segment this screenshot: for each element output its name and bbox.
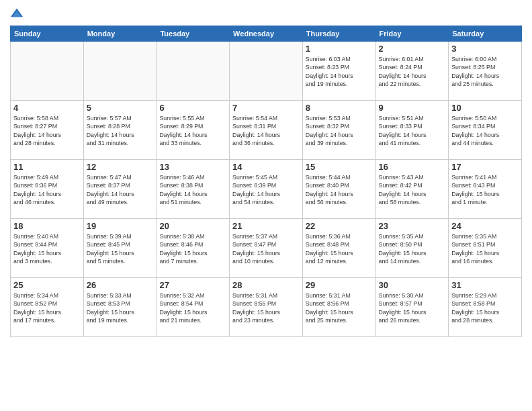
calendar-cell: 6Sunrise: 5:55 AM Sunset: 8:29 PM Daylig… (157, 101, 230, 160)
day-info: Sunrise: 5:45 AM Sunset: 8:39 PM Dayligh… (232, 173, 300, 206)
weekday-header-row: SundayMondayTuesdayWednesdayThursdayFrid… (11, 26, 522, 42)
day-number: 7 (232, 103, 300, 113)
day-number: 31 (451, 280, 519, 290)
day-info: Sunrise: 5:58 AM Sunset: 8:27 PM Dayligh… (13, 114, 81, 147)
week-row-4: 18Sunrise: 5:40 AM Sunset: 8:44 PM Dayli… (11, 219, 522, 278)
day-info: Sunrise: 5:40 AM Sunset: 8:44 PM Dayligh… (13, 232, 81, 265)
day-number: 14 (232, 162, 300, 172)
day-info: Sunrise: 5:32 AM Sunset: 8:54 PM Dayligh… (159, 291, 226, 324)
calendar-cell: 20Sunrise: 5:38 AM Sunset: 8:46 PM Dayli… (157, 219, 230, 278)
calendar-cell (157, 42, 230, 101)
day-number: 29 (306, 280, 373, 290)
weekday-header-friday: Friday (375, 26, 449, 42)
day-info: Sunrise: 5:35 AM Sunset: 8:51 PM Dayligh… (451, 232, 519, 265)
day-number: 24 (451, 221, 519, 231)
calendar-cell (11, 42, 84, 101)
day-number: 13 (159, 162, 226, 172)
day-info: Sunrise: 5:30 AM Sunset: 8:57 PM Dayligh… (379, 291, 446, 324)
day-info: Sunrise: 5:31 AM Sunset: 8:56 PM Dayligh… (306, 291, 373, 324)
day-number: 5 (87, 103, 154, 113)
calendar-cell: 5Sunrise: 5:57 AM Sunset: 8:28 PM Daylig… (83, 101, 157, 160)
day-number: 2 (379, 44, 446, 54)
calendar-cell: 2Sunrise: 6:01 AM Sunset: 8:24 PM Daylig… (375, 42, 449, 101)
day-number: 11 (13, 162, 81, 172)
day-info: Sunrise: 5:36 AM Sunset: 8:48 PM Dayligh… (306, 232, 373, 265)
day-number: 30 (379, 280, 446, 290)
calendar-cell: 12Sunrise: 5:47 AM Sunset: 8:37 PM Dayli… (83, 160, 157, 219)
day-info: Sunrise: 5:41 AM Sunset: 8:43 PM Dayligh… (451, 173, 519, 206)
calendar-cell: 10Sunrise: 5:50 AM Sunset: 8:34 PM Dayli… (449, 101, 522, 160)
weekday-header-saturday: Saturday (449, 26, 522, 42)
day-info: Sunrise: 5:57 AM Sunset: 8:28 PM Dayligh… (87, 114, 154, 147)
day-info: Sunrise: 5:49 AM Sunset: 8:36 PM Dayligh… (13, 173, 81, 206)
day-info: Sunrise: 5:43 AM Sunset: 8:42 PM Dayligh… (379, 173, 446, 206)
calendar-cell: 1Sunrise: 6:03 AM Sunset: 8:23 PM Daylig… (302, 42, 375, 101)
calendar-cell: 28Sunrise: 5:31 AM Sunset: 8:55 PM Dayli… (230, 278, 303, 337)
day-number: 10 (451, 103, 519, 113)
calendar: SundayMondayTuesdayWednesdayThursdayFrid… (10, 26, 522, 337)
day-info: Sunrise: 5:38 AM Sunset: 8:46 PM Dayligh… (159, 232, 226, 265)
day-number: 4 (13, 103, 81, 113)
calendar-cell: 3Sunrise: 6:00 AM Sunset: 8:25 PM Daylig… (449, 42, 522, 101)
day-number: 25 (13, 280, 81, 290)
day-info: Sunrise: 5:47 AM Sunset: 8:37 PM Dayligh… (87, 173, 154, 206)
weekday-header-wednesday: Wednesday (230, 26, 303, 42)
weekday-header-monday: Monday (83, 26, 157, 42)
calendar-cell: 14Sunrise: 5:45 AM Sunset: 8:39 PM Dayli… (230, 160, 303, 219)
day-number: 6 (159, 103, 226, 113)
calendar-cell (230, 42, 303, 101)
calendar-cell: 11Sunrise: 5:49 AM Sunset: 8:36 PM Dayli… (11, 160, 84, 219)
day-info: Sunrise: 5:29 AM Sunset: 8:58 PM Dayligh… (451, 291, 519, 324)
day-info: Sunrise: 5:51 AM Sunset: 8:33 PM Dayligh… (379, 114, 446, 147)
day-info: Sunrise: 5:50 AM Sunset: 8:34 PM Dayligh… (451, 114, 519, 147)
calendar-cell: 21Sunrise: 5:37 AM Sunset: 8:47 PM Dayli… (230, 219, 303, 278)
day-info: Sunrise: 6:00 AM Sunset: 8:25 PM Dayligh… (451, 55, 519, 88)
weekday-header-sunday: Sunday (11, 26, 84, 42)
day-info: Sunrise: 5:54 AM Sunset: 8:31 PM Dayligh… (232, 114, 300, 147)
week-row-2: 4Sunrise: 5:58 AM Sunset: 8:27 PM Daylig… (11, 101, 522, 160)
weekday-header-thursday: Thursday (302, 26, 375, 42)
calendar-cell (83, 42, 157, 101)
day-info: Sunrise: 6:03 AM Sunset: 8:23 PM Dayligh… (306, 55, 373, 88)
week-row-3: 11Sunrise: 5:49 AM Sunset: 8:36 PM Dayli… (11, 160, 522, 219)
day-number: 15 (306, 162, 373, 172)
calendar-cell: 30Sunrise: 5:30 AM Sunset: 8:57 PM Dayli… (375, 278, 449, 337)
day-number: 23 (379, 221, 446, 231)
calendar-cell: 16Sunrise: 5:43 AM Sunset: 8:42 PM Dayli… (375, 160, 449, 219)
week-row-1: 1Sunrise: 6:03 AM Sunset: 8:23 PM Daylig… (11, 42, 522, 101)
day-number: 16 (379, 162, 446, 172)
calendar-cell: 17Sunrise: 5:41 AM Sunset: 8:43 PM Dayli… (449, 160, 522, 219)
calendar-cell: 13Sunrise: 5:46 AM Sunset: 8:38 PM Dayli… (157, 160, 230, 219)
calendar-cell: 25Sunrise: 5:34 AM Sunset: 8:52 PM Dayli… (11, 278, 84, 337)
weekday-header-tuesday: Tuesday (157, 26, 230, 42)
calendar-cell: 7Sunrise: 5:54 AM Sunset: 8:31 PM Daylig… (230, 101, 303, 160)
calendar-cell: 27Sunrise: 5:32 AM Sunset: 8:54 PM Dayli… (157, 278, 230, 337)
calendar-cell: 24Sunrise: 5:35 AM Sunset: 8:51 PM Dayli… (449, 219, 522, 278)
day-number: 26 (87, 280, 154, 290)
calendar-cell: 19Sunrise: 5:39 AM Sunset: 8:45 PM Dayli… (83, 219, 157, 278)
calendar-cell: 4Sunrise: 5:58 AM Sunset: 8:27 PM Daylig… (11, 101, 84, 160)
logo (10, 7, 26, 20)
day-info: Sunrise: 5:31 AM Sunset: 8:55 PM Dayligh… (232, 291, 300, 324)
day-info: Sunrise: 5:39 AM Sunset: 8:45 PM Dayligh… (87, 232, 154, 265)
day-info: Sunrise: 5:53 AM Sunset: 8:32 PM Dayligh… (306, 114, 373, 147)
day-number: 20 (159, 221, 226, 231)
calendar-cell: 31Sunrise: 5:29 AM Sunset: 8:58 PM Dayli… (449, 278, 522, 337)
day-info: Sunrise: 5:46 AM Sunset: 8:38 PM Dayligh… (159, 173, 226, 206)
day-number: 28 (232, 280, 300, 290)
calendar-cell: 22Sunrise: 5:36 AM Sunset: 8:48 PM Dayli… (302, 219, 375, 278)
logo-icon (10, 7, 24, 20)
day-number: 22 (306, 221, 373, 231)
day-number: 19 (87, 221, 154, 231)
day-info: Sunrise: 5:44 AM Sunset: 8:40 PM Dayligh… (306, 173, 373, 206)
day-number: 9 (379, 103, 446, 113)
calendar-cell: 9Sunrise: 5:51 AM Sunset: 8:33 PM Daylig… (375, 101, 449, 160)
day-number: 18 (13, 221, 81, 231)
day-number: 3 (451, 44, 519, 54)
calendar-cell: 29Sunrise: 5:31 AM Sunset: 8:56 PM Dayli… (302, 278, 375, 337)
calendar-cell: 23Sunrise: 5:35 AM Sunset: 8:50 PM Dayli… (375, 219, 449, 278)
day-info: Sunrise: 6:01 AM Sunset: 8:24 PM Dayligh… (379, 55, 446, 88)
calendar-cell: 26Sunrise: 5:33 AM Sunset: 8:53 PM Dayli… (83, 278, 157, 337)
day-number: 21 (232, 221, 300, 231)
day-number: 8 (306, 103, 373, 113)
